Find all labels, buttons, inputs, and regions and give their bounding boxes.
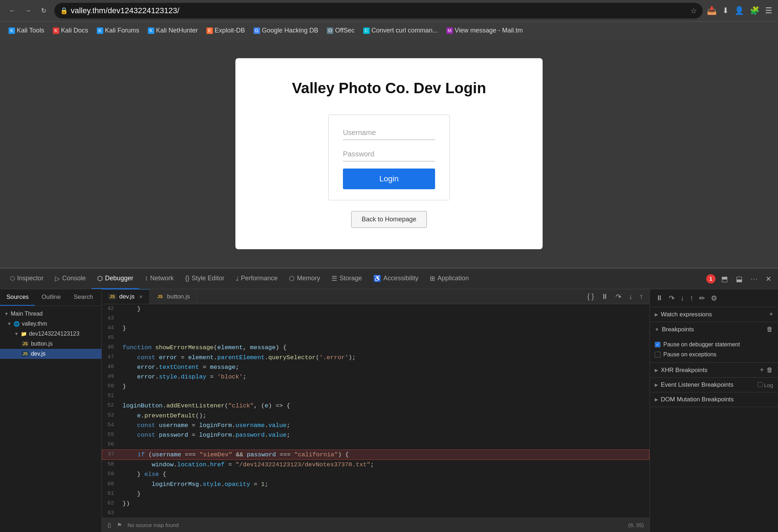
address-bar-container[interactable]: 🔒 ☆ xyxy=(54,3,703,19)
code-line-59: 59 } else { xyxy=(102,470,649,479)
line-content xyxy=(120,333,649,343)
xhr-breakpoints-header[interactable]: ▶ XHR Breakpoints + 🗑 xyxy=(650,363,778,377)
back-to-homepage-button[interactable]: Back to Homepage xyxy=(351,211,427,228)
tab-console[interactable]: ▷ Console xyxy=(49,268,91,289)
code-line-43: 43 xyxy=(102,314,649,323)
step-in-btn[interactable]: ↓ xyxy=(679,292,686,304)
step-out-icon[interactable]: ↑ xyxy=(637,290,645,303)
tab-accessibility[interactable]: ♿ Accessibility xyxy=(368,268,424,289)
step-out-btn[interactable]: ↑ xyxy=(688,292,695,304)
overflow-icon[interactable]: ⋯ xyxy=(748,272,760,285)
tab-inspector[interactable]: ⬡ Inspector xyxy=(4,268,49,289)
line-number: 48 xyxy=(102,362,120,372)
code-tab-button-js[interactable]: JS button.js xyxy=(150,290,197,304)
watch-expressions-header[interactable]: ▶ Watch expressions + xyxy=(650,307,778,322)
line-number: 52 xyxy=(102,401,120,411)
left-tab-outline[interactable]: Outline xyxy=(35,289,67,306)
bookmark-favicon: M xyxy=(447,27,453,34)
pause-debugger-btn[interactable]: ⏸ xyxy=(654,292,665,304)
password-input[interactable] xyxy=(343,147,435,161)
bookmark-star-icon[interactable]: ☆ xyxy=(690,6,697,15)
breakpoint-pause-exceptions: Pause on exceptions xyxy=(655,350,773,360)
tree-item-dev-js[interactable]: JS dev.js xyxy=(0,349,101,359)
tab-application[interactable]: ⊞ Application xyxy=(424,268,474,289)
bookmark-google-hacking[interactable]: G Google Hacking DB xyxy=(250,25,322,36)
bookmark-kali-tools[interactable]: K Kali Tools xyxy=(5,25,48,36)
left-panel: Sources Outline Search ▼ Main Thread ▼ 🌐… xyxy=(0,289,102,532)
tree-item-domain[interactable]: ▼ 🌐 valley.thm xyxy=(0,319,101,329)
js-file-icon: JS xyxy=(21,341,29,347)
settings-btn[interactable]: ⚙ xyxy=(709,292,719,304)
step-over-btn[interactable]: ↷ xyxy=(667,292,677,304)
chevron-right-icon: ▶ xyxy=(655,382,658,387)
tab-memory[interactable]: ⬡ Memory xyxy=(283,268,326,289)
step-in-icon[interactable]: ↓ xyxy=(627,290,634,303)
pencil-btn[interactable]: ✏ xyxy=(697,292,707,304)
step-over-icon[interactable]: ↷ xyxy=(613,290,624,303)
tab-style-editor[interactable]: {} Style Editor xyxy=(179,268,230,289)
line-number: 56 xyxy=(102,440,120,450)
close-devtools-button[interactable]: ✕ xyxy=(763,272,774,285)
line-number: 54 xyxy=(102,421,120,430)
reload-button[interactable]: ↻ xyxy=(37,4,50,17)
left-tab-sources[interactable]: Sources xyxy=(0,289,35,306)
event-listener-header[interactable]: ▶ Event Listener Breakpoints Log xyxy=(650,378,778,392)
delete-breakpoints-button[interactable]: 🗑 xyxy=(767,326,773,333)
xhr-breakpoints-section: ▶ XHR Breakpoints + 🗑 xyxy=(650,363,778,378)
bookmark-curl[interactable]: C Convert curl comman... xyxy=(360,25,442,36)
bookmark-label: Kali Tools xyxy=(17,27,44,34)
code-editor: JS dev.js ✕ JS button.js { } ⏸ ↷ ↓ ↑ xyxy=(102,289,649,532)
extensions-icon[interactable]: 🧩 xyxy=(750,6,759,15)
line-content: loginErrorMsg.style.opacity = 1; xyxy=(120,480,649,489)
breakpoints-header[interactable]: ▼ Breakpoints 🗑 xyxy=(650,322,778,337)
line-content: if (username === "siemDev" && password =… xyxy=(120,450,649,460)
bookmark-mail[interactable]: M View message - Mail.tm xyxy=(443,25,527,36)
dock-icon[interactable]: ⬒ xyxy=(719,272,730,285)
pause-debugger-checkbox[interactable]: ✓ xyxy=(655,342,660,347)
event-listener-checkbox[interactable] xyxy=(758,382,763,387)
dom-mutation-section: ▶ DOM Mutation Breakpoints xyxy=(650,392,778,407)
pause-exceptions-checkbox[interactable] xyxy=(655,352,660,357)
tree-item-main-thread[interactable]: ▼ Main Thread xyxy=(0,309,101,319)
line-content xyxy=(120,440,649,450)
left-tab-search[interactable]: Search xyxy=(67,289,99,306)
bookmark-kali-docs[interactable]: K Kali Docs xyxy=(49,25,92,36)
forward-nav-button[interactable]: → xyxy=(21,4,34,17)
bookmark-label: OffSec xyxy=(335,27,355,34)
line-number: 51 xyxy=(102,391,120,401)
code-line-54: 54 const username = loginForm.username.v… xyxy=(102,421,649,430)
bookmark-kali-forums[interactable]: K Kali Forums xyxy=(93,25,143,36)
delete-xhr-button[interactable]: 🗑 xyxy=(767,366,773,374)
dom-mutation-header[interactable]: ▶ DOM Mutation Breakpoints xyxy=(650,392,778,407)
chevron-right-icon: ▶ xyxy=(655,397,658,402)
profile-icon[interactable]: 👤 xyxy=(734,6,744,15)
login-button[interactable]: Login xyxy=(343,169,435,189)
tree-item-button-js[interactable]: JS button.js xyxy=(0,339,101,349)
dev-js-label: dev.js xyxy=(31,351,46,357)
pretty-print-icon[interactable]: { } xyxy=(585,290,596,303)
menu-icon[interactable]: ☰ xyxy=(765,6,772,15)
code-tab-dev-js[interactable]: JS dev.js ✕ xyxy=(102,289,150,304)
bookmark-nethunter[interactable]: K Kali NetHunter xyxy=(144,25,201,36)
add-xhr-button[interactable]: + xyxy=(760,366,764,374)
line-content: } xyxy=(120,304,649,314)
pretty-print-button[interactable]: {} xyxy=(108,522,111,528)
pocket-icon[interactable]: 📥 xyxy=(707,6,717,15)
tab-debugger[interactable]: ⬡ Debugger xyxy=(91,268,139,289)
tab-performance[interactable]: ♩ Performance xyxy=(230,268,283,289)
tree-item-folder[interactable]: ▼ 📁 dev1243224123123 xyxy=(0,329,101,339)
pause-icon[interactable]: ⏸ xyxy=(599,290,610,303)
code-line-58: 58 window.location.href = "/dev124322412… xyxy=(102,460,649,470)
folder-label: dev1243224123123 xyxy=(29,331,79,337)
tab-network[interactable]: ↕ Network xyxy=(139,268,179,289)
split-icon[interactable]: ⬓ xyxy=(734,272,745,285)
close-tab-dev-js[interactable]: ✕ xyxy=(139,294,143,300)
username-input[interactable] xyxy=(343,126,435,140)
add-watch-button[interactable]: + xyxy=(769,311,773,318)
bookmark-exploit-db[interactable]: E Exploit-DB xyxy=(203,25,249,36)
back-nav-button[interactable]: ← xyxy=(6,4,19,17)
bookmark-offsec[interactable]: O OffSec xyxy=(323,25,358,36)
download-icon[interactable]: ⬇ xyxy=(722,6,729,15)
address-bar[interactable] xyxy=(71,6,688,15)
tab-storage[interactable]: ☰ Storage xyxy=(326,268,368,289)
